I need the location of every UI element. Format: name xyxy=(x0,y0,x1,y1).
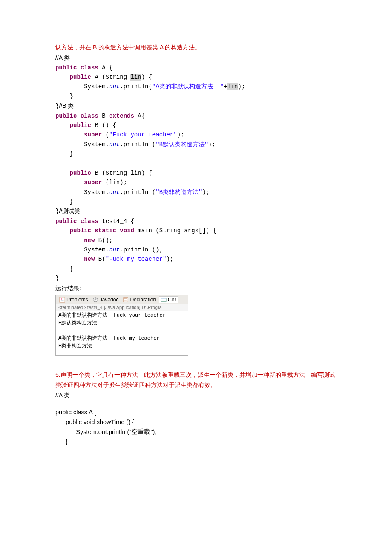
intro-text: 认方法，并在 B 的构造方法中调用基类 A 的构造方法。 xyxy=(55,43,337,53)
svg-text:@: @ xyxy=(93,298,97,302)
txt: B xyxy=(98,113,109,119)
static-ref: out xyxy=(109,141,120,148)
tab-label: Declaration xyxy=(130,297,156,303)
terminated-line: <terminated> test4_4 [Java Application] … xyxy=(56,304,188,311)
txt: ); xyxy=(202,189,209,196)
txt: A (String xyxy=(91,74,130,81)
txt: System. xyxy=(55,246,109,253)
comment: //测试类 xyxy=(59,208,80,214)
txt: } xyxy=(55,198,73,205)
tab-declaration[interactable]: Declaration xyxy=(121,297,158,303)
svg-rect-9 xyxy=(161,298,166,299)
svg-rect-0 xyxy=(60,297,65,302)
kw: new xyxy=(55,256,95,263)
code-class-a: public class A { public A (String lin) {… xyxy=(55,63,337,283)
txt: A{ xyxy=(134,113,145,119)
kw: public class xyxy=(55,218,98,225)
document-page: 认方法，并在 B 的构造方法中调用基类 A 的构造方法。 //A 类 publi… xyxy=(0,0,392,555)
svg-rect-6 xyxy=(124,298,127,299)
static-ref: out xyxy=(109,83,120,90)
kw: public static void xyxy=(55,227,134,234)
javadoc-icon: @ xyxy=(92,297,98,303)
tab-label: Problems xyxy=(66,297,88,303)
console-panel: Problems @ Javadoc Declaration Cor <term… xyxy=(55,295,188,356)
txt: ); xyxy=(208,141,215,148)
txt: } xyxy=(55,93,73,100)
kw: public xyxy=(55,122,91,129)
comment: //B 类 xyxy=(59,102,74,109)
string: "Fuck your teacher" xyxy=(109,131,177,138)
highlight: lin xyxy=(130,74,141,81)
txt: System. xyxy=(55,189,109,196)
kw: super xyxy=(55,179,102,186)
svg-rect-7 xyxy=(124,300,127,300)
tab-problems[interactable]: Problems xyxy=(58,297,90,303)
kw: public xyxy=(55,170,91,176)
question-5-text: 5.声明一个类，它具有一种方法，此方法被重载三次，派生一个新类，并增加一种新的重… xyxy=(55,370,337,390)
spacer xyxy=(55,401,337,408)
txt: ) { xyxy=(141,74,152,81)
tab-console[interactable]: Cor xyxy=(159,296,178,303)
spacer xyxy=(55,364,337,370)
txt: ( xyxy=(102,131,109,138)
txt: test4_4 { xyxy=(98,218,134,225)
run-result-label: 运行结果: xyxy=(55,283,337,294)
txt: System. xyxy=(55,141,109,148)
txt: B( xyxy=(95,256,105,263)
tab-label: Cor xyxy=(168,297,176,303)
string: "B类非构造方法" xyxy=(156,189,202,196)
txt: ); xyxy=(177,131,184,138)
highlight: lin xyxy=(227,83,238,90)
console-tabbar: Problems @ Javadoc Declaration Cor xyxy=(56,295,188,304)
declaration-icon xyxy=(123,297,129,303)
txt: } xyxy=(55,266,73,272)
console-icon xyxy=(161,297,167,303)
txt: B(); xyxy=(95,237,112,244)
txt: (lin); xyxy=(102,179,127,186)
txt: A { xyxy=(98,64,113,71)
kw: extends xyxy=(109,113,134,119)
txt: .println( xyxy=(120,83,152,90)
problems-icon xyxy=(59,297,65,303)
txt: .println ( xyxy=(120,141,156,148)
txt: main (String args[]) { xyxy=(134,227,216,234)
txt: } xyxy=(55,275,59,282)
string: "Fuck my teacher" xyxy=(106,256,167,263)
txt: System. xyxy=(55,83,109,90)
kw: public xyxy=(55,74,91,81)
kw: super xyxy=(55,131,102,138)
q5-code: public class A { public void showTime ()… xyxy=(55,408,337,447)
kw: new xyxy=(55,237,95,244)
svg-point-1 xyxy=(61,298,63,300)
txt: ); xyxy=(238,83,245,90)
tab-javadoc[interactable]: @ Javadoc xyxy=(91,297,121,303)
txt: B () { xyxy=(91,122,116,129)
kw: public class xyxy=(55,113,98,119)
txt: .println (); xyxy=(120,246,163,253)
svg-rect-2 xyxy=(61,301,64,301)
txt: .println ( xyxy=(120,189,156,196)
txt: } xyxy=(55,150,73,157)
string: "B默认类构造方法" xyxy=(156,141,208,148)
tab-label: Javadoc xyxy=(100,297,119,303)
static-ref: out xyxy=(109,246,120,253)
class-a-comment: //A 类 xyxy=(55,53,337,63)
static-ref: out xyxy=(109,189,120,196)
kw: public class xyxy=(55,64,98,71)
string: "A类的非默认构造方法 " xyxy=(152,83,224,90)
console-output: A类的非默认构造方法 Fuck your teacher B默认类构造方法 A类… xyxy=(56,311,188,355)
q5-comment: //A 类 xyxy=(55,390,337,401)
txt: ); xyxy=(166,256,173,263)
txt: B (String lin) { xyxy=(91,170,152,176)
